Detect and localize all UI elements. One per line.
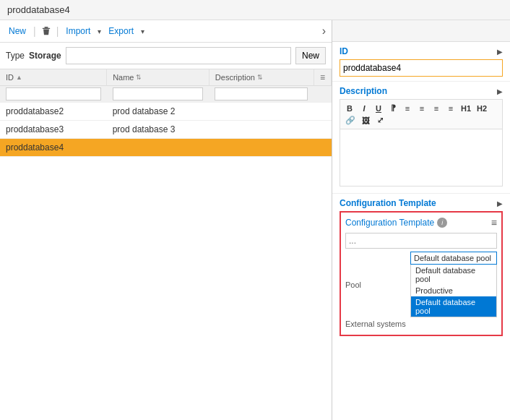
filter-options-cell — [314, 86, 331, 103]
pool-option-2[interactable]: Productive — [411, 285, 496, 296]
align-left-button[interactable]: ≡ — [430, 103, 443, 113]
pool-option-1[interactable]: Default database pool — [411, 265, 496, 285]
col-name-label: Name — [113, 73, 134, 82]
pool-row: Pool Default database pool Default datab… — [345, 252, 497, 317]
id-collapse-icon[interactable]: ▶ — [497, 48, 503, 56]
row-id: proddatabase2 — [0, 103, 107, 121]
h2-button[interactable]: H2 — [475, 103, 489, 113]
filter-desc-cell — [209, 86, 314, 103]
config-box-label: Configuration Template i — [345, 218, 447, 228]
pool-dropdown-selected[interactable]: Default database pool — [410, 252, 497, 265]
desc-collapse-icon[interactable]: ▶ — [497, 87, 503, 95]
row-desc — [209, 103, 314, 121]
table-options-icon[interactable]: ≡ — [320, 72, 325, 82]
col-description[interactable]: Description ⇅ — [209, 69, 314, 86]
storage-label: Storage — [29, 51, 61, 61]
bold-button[interactable]: B — [343, 103, 356, 113]
table-filter-row — [0, 86, 332, 103]
col-id[interactable]: ID ▲ — [0, 69, 107, 86]
ext-systems-label: External systems — [345, 320, 410, 328]
row-desc — [209, 121, 314, 139]
row-desc-selected — [209, 139, 314, 157]
data-table-container: ID ▲ Name ⇅ Description — [0, 69, 332, 420]
config-section-header: Configuration Template ▶ — [340, 198, 503, 208]
row-options — [314, 103, 331, 121]
row-id: proddatabase3 — [0, 121, 107, 139]
desc-label: Description — [340, 86, 387, 96]
col-desc-label: Description — [215, 73, 255, 82]
config-section-label: Configuration Template — [340, 198, 436, 208]
align-right-button[interactable]: ≡ — [444, 103, 457, 113]
config-template-box: Configuration Template i ≡ Pool Default … — [340, 211, 503, 336]
expand-icon[interactable]: › — [322, 25, 326, 38]
table-row-selected[interactable]: proddatabase4 — [0, 139, 332, 157]
pool-option-3[interactable]: Default database pool — [411, 296, 496, 317]
paragraph-button[interactable]: ⁋ — [386, 103, 399, 113]
config-template-input[interactable] — [345, 233, 497, 249]
row-name: prod database 2 — [107, 103, 209, 121]
config-collapse-icon[interactable]: ▶ — [497, 200, 503, 207]
image-button[interactable]: 🖼 — [359, 116, 372, 126]
right-top-bar — [332, 20, 510, 42]
sort-asc-icon: ▲ — [16, 74, 22, 81]
delete-icon[interactable] — [40, 25, 52, 37]
ol-button[interactable]: ≡ — [415, 103, 428, 113]
h1-button[interactable]: H1 — [459, 103, 473, 113]
id-section: ID ▶ — [332, 42, 510, 82]
filter-desc-input[interactable] — [215, 87, 308, 100]
table-row[interactable]: proddatabase3 prod database 3 — [0, 121, 332, 139]
toolbar-separator-1: | — [33, 25, 36, 37]
italic-button[interactable]: I — [358, 103, 371, 113]
export-chevron-icon: ▾ — [141, 27, 144, 35]
underline-button[interactable]: U — [372, 103, 385, 113]
storage-new-button[interactable]: New — [295, 47, 326, 64]
desc-section-header: Description ▶ — [340, 86, 503, 96]
table-row[interactable]: proddatabase2 prod database 2 — [0, 103, 332, 121]
ext-systems-row: External systems — [345, 320, 497, 328]
filter-id-input[interactable] — [6, 87, 101, 100]
left-panel: New | | Import ▾ Export ▾ › Type Storage — [0, 20, 332, 420]
filter-name-input[interactable] — [113, 87, 204, 100]
pool-dropdown: Default database pool Default database p… — [410, 252, 497, 317]
config-template-section: Configuration Template ▶ Configuration T… — [332, 194, 510, 340]
id-input[interactable] — [340, 59, 503, 77]
id-section-header: ID ▶ — [340, 46, 503, 56]
ul-button[interactable]: ≡ — [401, 103, 414, 113]
table-header-row: ID ▲ Name ⇅ Description — [0, 69, 332, 86]
description-section: Description ▶ B I U ⁋ ≡ ≡ ≡ ≡ H1 H2 🔗 🖼 … — [332, 82, 510, 194]
info-icon[interactable]: i — [437, 218, 447, 228]
col-id-label: ID — [6, 73, 14, 82]
data-table: ID ▲ Name ⇅ Description — [0, 69, 332, 157]
row-name-selected — [107, 139, 209, 157]
export-button[interactable]: Export — [105, 25, 137, 38]
desc-toolbar: B I U ⁋ ≡ ≡ ≡ ≡ H1 H2 🔗 🖼 ⤢ — [340, 99, 503, 129]
row-options-selected — [314, 139, 331, 157]
filter-name-cell — [107, 86, 209, 103]
storage-search-input[interactable] — [66, 47, 291, 64]
row-options — [314, 121, 331, 139]
config-hamburger-icon[interactable]: ≡ — [491, 217, 497, 228]
sort-name-icon: ⇅ — [136, 74, 142, 81]
sort-desc-icon: ⇅ — [257, 74, 263, 81]
import-chevron-icon: ▾ — [98, 27, 101, 35]
col-options: ≡ — [314, 69, 331, 86]
id-label: ID — [340, 46, 348, 56]
link-button[interactable]: 🔗 — [343, 115, 358, 126]
filter-id-cell — [0, 86, 107, 103]
new-button[interactable]: New — [6, 25, 29, 38]
config-box-header: Configuration Template i ≡ — [345, 217, 497, 228]
svg-rect-0 — [44, 27, 48, 28]
description-editor[interactable] — [340, 129, 503, 187]
config-box-label-text: Configuration Template — [345, 218, 434, 228]
expand-button[interactable]: ⤢ — [373, 115, 386, 126]
col-name[interactable]: Name ⇅ — [107, 69, 209, 86]
toolbar-separator-2: | — [56, 25, 59, 37]
pool-label: Pool — [345, 280, 410, 289]
row-name: prod database 3 — [107, 121, 209, 139]
row-id-selected: proddatabase4 — [0, 139, 107, 157]
storage-input-wrap: New — [66, 47, 326, 64]
toolbar: New | | Import ▾ Export ▾ › — [0, 20, 332, 43]
import-button[interactable]: Import — [63, 25, 93, 38]
storage-filter: Type Storage New — [0, 43, 332, 69]
app-title: proddatabase4 — [0, 0, 510, 20]
